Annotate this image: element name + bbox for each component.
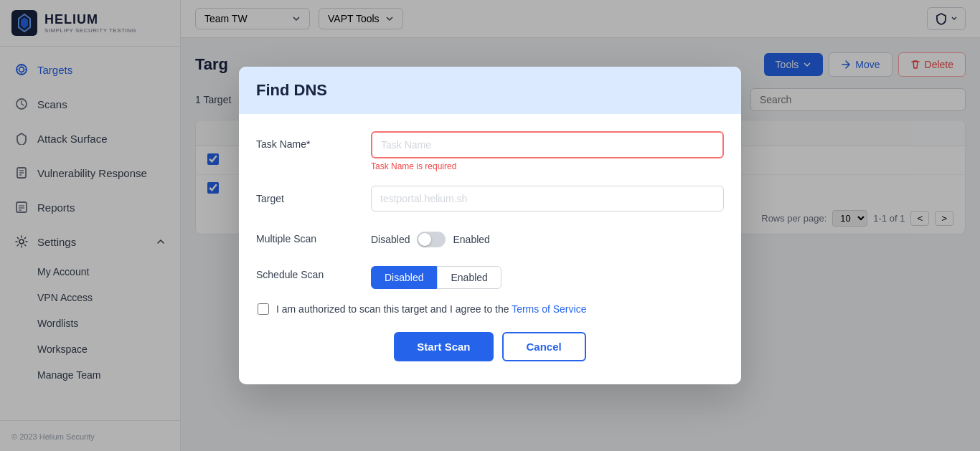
task-name-control: Task Name is required (371, 131, 724, 171)
modal-overlay: Find DNS Task Name* Task Name is require… (0, 0, 980, 451)
start-scan-button[interactable]: Start Scan (394, 332, 493, 361)
task-name-input[interactable] (371, 131, 724, 158)
find-dns-modal: Find DNS Task Name* Task Name is require… (239, 67, 741, 384)
multiple-scan-label: Multiple Scan (256, 226, 357, 245)
target-input[interactable] (371, 186, 724, 212)
task-name-row: Task Name* Task Name is required (256, 131, 724, 171)
schedule-wrapper: Disabled Enabled (371, 262, 501, 289)
auth-checkbox-row: I am authorized to scan this target and … (256, 303, 724, 315)
target-control (371, 186, 724, 212)
toggle-enabled-label: Enabled (453, 234, 489, 245)
modal-actions: Start Scan Cancel (256, 332, 724, 367)
toggle-thumb (418, 233, 431, 246)
auth-checkbox[interactable] (258, 303, 269, 315)
target-row: Target (256, 186, 724, 212)
multiple-scan-toggle[interactable] (417, 232, 446, 247)
toggle-wrapper: Disabled Enabled (371, 226, 490, 247)
task-name-label: Task Name* (256, 131, 357, 150)
terms-link[interactable]: Terms of Service (512, 303, 586, 315)
auth-label: I am authorized to scan this target and … (276, 303, 586, 315)
modal-title: Find DNS (256, 81, 724, 100)
auth-text: I am authorized to scan this target and … (276, 303, 512, 315)
schedule-disabled-button[interactable]: Disabled (371, 266, 437, 289)
toggle-disabled-label: Disabled (371, 234, 410, 245)
modal-body: Task Name* Task Name is required Target … (239, 114, 741, 384)
schedule-scan-row: Schedule Scan Disabled Enabled (256, 262, 724, 289)
cancel-button[interactable]: Cancel (502, 332, 586, 361)
multiple-scan-row: Multiple Scan Disabled Enabled (256, 226, 724, 247)
schedule-enabled-button[interactable]: Enabled (437, 266, 501, 289)
schedule-scan-label: Schedule Scan (256, 262, 357, 280)
target-label: Target (256, 186, 357, 204)
task-name-error: Task Name is required (371, 161, 724, 171)
modal-header: Find DNS (239, 67, 741, 114)
